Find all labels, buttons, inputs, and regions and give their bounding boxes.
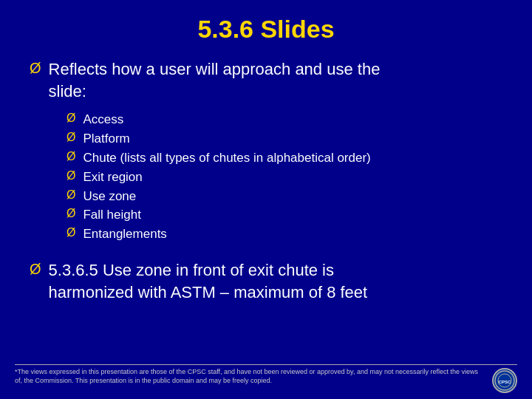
- sub-arrow-icon: Ø: [66, 150, 75, 163]
- main-text-line2: slide:: [49, 82, 86, 100]
- slide-container: 5.3.6 Slides Ø Reflects how a user will …: [0, 0, 532, 399]
- sub-arrow-icon: Ø: [66, 131, 75, 144]
- main-bullet-2: Ø 5.3.6.5 Use zone in front of exit chut…: [30, 259, 502, 303]
- footer-logo: CPSC: [492, 368, 517, 393]
- main-text-2-line1: 5.3.6.5 Use zone in front of exit chute …: [49, 261, 334, 279]
- sub-arrow-icon: Ø: [66, 169, 75, 183]
- main-bullet-1: Ø Reflects how a user will approach and …: [30, 58, 502, 102]
- main-arrow-1: Ø: [30, 60, 41, 77]
- sub-arrow-icon: Ø: [66, 112, 75, 125]
- main-text-2: 5.3.6.5 Use zone in front of exit chute …: [49, 259, 368, 303]
- list-item: Ø Access: [66, 111, 502, 129]
- list-item: Ø Entanglements: [66, 225, 502, 243]
- sub-bullet-text: Exit region: [83, 168, 142, 186]
- main-text-line1: Reflects how a user will approach and us…: [49, 60, 381, 78]
- svg-text:CPSC: CPSC: [499, 380, 511, 384]
- sub-bullet-text: Chute (lists all types of chutes in alph…: [83, 149, 370, 167]
- main-arrow-2: Ø: [30, 261, 41, 278]
- sub-bullets-list: Ø Access Ø Platform Ø Chute (lists all t…: [66, 111, 502, 245]
- list-item: Ø Fall height: [66, 206, 502, 224]
- list-item: Ø Use zone: [66, 188, 502, 205]
- footer: *The views expressed in this presentatio…: [15, 364, 517, 393]
- sub-arrow-icon: Ø: [66, 188, 75, 202]
- main-text-2-line2: harmonized with ASTM – maximum of 8 feet: [49, 283, 368, 301]
- footer-text: *The views expressed in this presentatio…: [15, 368, 492, 385]
- sub-bullet-text: Entanglements: [83, 225, 166, 243]
- sub-arrow-icon: Ø: [66, 226, 75, 239]
- main-text-1: Reflects how a user will approach and us…: [49, 58, 381, 102]
- sub-bullet-text: Access: [83, 111, 123, 129]
- list-item: Ø Chute (lists all types of chutes in al…: [66, 149, 502, 167]
- slide-title: 5.3.6 Slides: [30, 15, 502, 44]
- list-item: Ø Platform: [66, 130, 502, 148]
- sub-bullet-text: Use zone: [83, 188, 136, 205]
- cpsc-logo-icon: CPSC: [494, 369, 516, 392]
- sub-bullet-text: Fall height: [83, 206, 140, 224]
- sub-bullet-text: Platform: [83, 130, 129, 148]
- sub-arrow-icon: Ø: [66, 207, 75, 220]
- list-item: Ø Exit region: [66, 168, 502, 186]
